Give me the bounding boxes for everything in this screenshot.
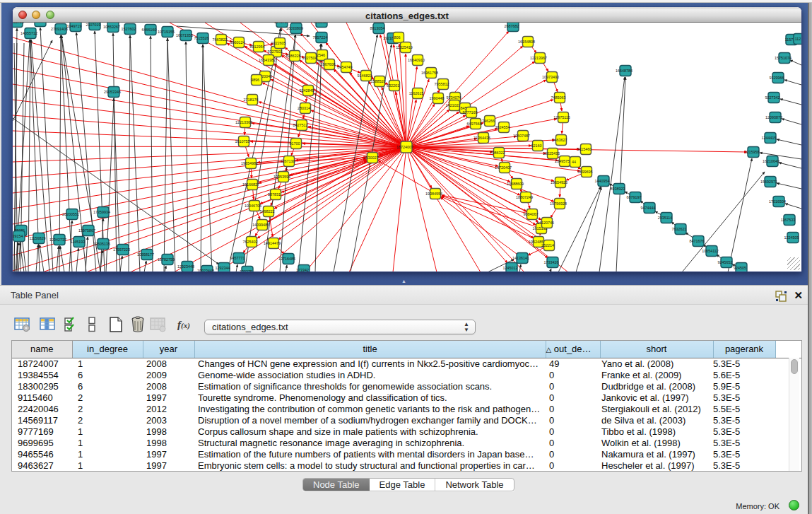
svg-text:105532: 105532 — [314, 23, 326, 24]
svg-text:3624554: 3624554 — [495, 125, 510, 129]
svg-text:10958177: 10958177 — [137, 252, 154, 257]
svg-text:2867608: 2867608 — [321, 62, 336, 66]
svg-text:1440954: 1440954 — [595, 179, 610, 183]
svg-text:10973493: 10973493 — [542, 75, 559, 79]
svg-text:6879197: 6879197 — [627, 195, 642, 199]
svg-text:19756928: 19756928 — [550, 201, 567, 206]
svg-text:19654982: 19654982 — [241, 161, 258, 165]
svg-text:5498222: 5498222 — [260, 209, 275, 214]
svg-text:173342: 173342 — [296, 268, 309, 271]
svg-text:8912954: 8912954 — [250, 45, 265, 49]
svg-text:9329966: 9329966 — [770, 76, 784, 80]
svg-text:3960124: 3960124 — [230, 40, 245, 45]
svg-text:21364436: 21364436 — [473, 136, 490, 140]
svg-text:280314: 280314 — [298, 106, 310, 110]
svg-text:6466160: 6466160 — [142, 28, 157, 32]
svg-text:12213967: 12213967 — [530, 56, 547, 60]
svg-text:9245652: 9245652 — [718, 260, 733, 264]
svg-text:14914479: 14914479 — [264, 241, 281, 245]
svg-text:20995721: 20995721 — [13, 23, 24, 24]
svg-text:1292344: 1292344 — [216, 266, 230, 270]
svg-text:12093873: 12093873 — [765, 115, 782, 119]
svg-text:10719155: 10719155 — [158, 30, 175, 34]
svg-text:9463627: 9463627 — [553, 138, 567, 142]
svg-text:0699695: 0699695 — [578, 170, 593, 174]
svg-text:11156829: 11156829 — [29, 236, 45, 240]
svg-text:1990448: 1990448 — [430, 96, 445, 100]
svg-text:130275: 130275 — [240, 269, 252, 271]
svg-text:16671355: 16671355 — [176, 33, 193, 37]
svg-text:3215958: 3215958 — [745, 150, 760, 154]
svg-text:10654112: 10654112 — [702, 249, 719, 253]
svg-text:1224505: 1224505 — [784, 235, 799, 240]
svg-text:14136141: 14136141 — [512, 256, 529, 260]
svg-text:8427512: 8427512 — [293, 123, 308, 127]
svg-text:9327504: 9327504 — [302, 56, 317, 60]
svg-text:1527602: 1527602 — [122, 27, 136, 31]
svg-text:1421022: 1421022 — [446, 103, 461, 107]
svg-text:16961758: 16961758 — [421, 71, 438, 75]
svg-text:8454749: 8454749 — [338, 65, 353, 69]
svg-text:2546: 2546 — [317, 53, 325, 57]
svg-text:16648784: 16648784 — [616, 69, 632, 73]
svg-text:1244415: 1244415 — [762, 136, 777, 140]
svg-text:14120746: 14120746 — [537, 221, 554, 225]
svg-text:9146821: 9146821 — [358, 74, 372, 78]
svg-text:23495758: 23495758 — [555, 159, 572, 163]
svg-text:19166827: 19166827 — [242, 182, 259, 187]
svg-text:15751074: 15751074 — [775, 56, 792, 60]
svg-text:20200551: 20200551 — [62, 212, 79, 216]
svg-text:587831: 587831 — [268, 192, 281, 197]
svg-text:209957: 209957 — [33, 23, 45, 23]
svg-text:8186328: 8186328 — [286, 54, 301, 58]
svg-text:8813054: 8813054 — [370, 26, 385, 30]
svg-text:2935114: 2935114 — [658, 216, 673, 220]
svg-text:9084067: 9084067 — [524, 212, 539, 216]
svg-text:12975115: 12975115 — [553, 115, 570, 119]
svg-text:1167533: 1167533 — [781, 218, 796, 222]
svg-text:12923448: 12923448 — [177, 264, 194, 269]
svg-text:13975867: 13975867 — [78, 228, 95, 233]
svg-text:924505: 924505 — [734, 266, 746, 270]
svg-text:9115460: 9115460 — [577, 147, 592, 151]
svg-text:112: 112 — [795, 37, 801, 41]
svg-text:10046706: 10046706 — [245, 204, 261, 208]
svg-text:1145193: 1145193 — [71, 240, 86, 244]
svg-text:15692971: 15692971 — [760, 180, 777, 184]
svg-text:16640910: 16640910 — [408, 58, 425, 62]
svg-text:29053346: 29053346 — [104, 90, 121, 94]
svg-text:1530027: 1530027 — [364, 156, 379, 160]
svg-text:1162615: 1162615 — [409, 91, 424, 95]
svg-text:18807249: 18807249 — [516, 195, 533, 199]
svg-text:16033809: 16033809 — [286, 26, 303, 30]
svg-text:1588520: 1588520 — [371, 79, 386, 83]
svg-text:2107019: 2107019 — [86, 23, 101, 27]
svg-text:10025433: 10025433 — [543, 151, 560, 156]
svg-text:12213369: 12213369 — [235, 120, 252, 124]
svg-text:12505135: 12505135 — [93, 242, 110, 246]
svg-text:17957223: 17957223 — [113, 247, 130, 252]
svg-text:8938923: 8938923 — [611, 187, 625, 191]
svg-text:2718176: 2718176 — [244, 98, 259, 102]
svg-text:16210643: 16210643 — [763, 159, 779, 163]
svg-text:6497568: 6497568 — [467, 122, 482, 126]
svg-text:1733426: 1733426 — [544, 260, 559, 264]
svg-text:2687682: 2687682 — [505, 24, 519, 28]
svg-text:19384554: 19384554 — [425, 192, 442, 196]
svg-text:7955812: 7955812 — [435, 82, 449, 86]
svg-text:16782759: 16782759 — [158, 257, 175, 262]
svg-text:9227342: 9227342 — [765, 95, 780, 100]
svg-text:806: 806 — [394, 35, 401, 40]
svg-text:9242845: 9242845 — [300, 88, 314, 93]
svg-text:9734074: 9734074 — [447, 95, 461, 100]
svg-text:7625402: 7625402 — [243, 240, 258, 244]
svg-text:7986322: 7986322 — [490, 151, 505, 155]
svg-text:9327502: 9327502 — [268, 49, 283, 54]
svg-text:91700: 91700 — [290, 141, 300, 146]
svg-text:39154: 39154 — [13, 234, 23, 238]
svg-text:14055712: 14055712 — [20, 31, 37, 35]
svg-text:27691406: 27691406 — [51, 27, 68, 31]
svg-text:9777169: 9777169 — [463, 110, 478, 115]
svg-text:104971: 104971 — [274, 23, 287, 24]
svg-text:10607487: 10607487 — [513, 134, 530, 138]
